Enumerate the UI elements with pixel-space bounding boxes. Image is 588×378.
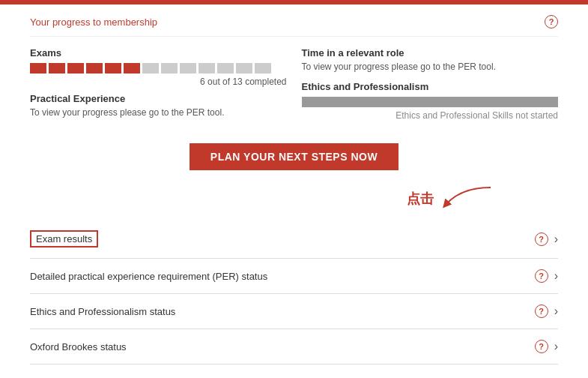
exams-bar-segment-7: [161, 63, 178, 74]
accordion-right-per: ? ›: [535, 269, 558, 283]
time-label: Time in a relevant role: [302, 47, 559, 58]
exams-bar-segment-3: [86, 63, 103, 74]
accordion-oxford: Oxford Brookes status ? ›: [30, 329, 558, 364]
time-desc: To view your progress please go to the P…: [302, 62, 559, 72]
per-desc: To view your progress please go to the P…: [30, 107, 287, 118]
exams-bar-segment-4: [105, 63, 121, 74]
accordion-row-exam-results[interactable]: Exam results ? ›: [30, 220, 558, 258]
exams-bar-segment-5: [124, 63, 140, 74]
accordion-right-oxford: ? ›: [535, 340, 558, 353]
exam-results-label: Exam results: [30, 230, 98, 248]
accordion-row-ethics[interactable]: Ethics and Professionalism status ? ›: [30, 294, 558, 328]
exam-results-chevron-icon: ›: [554, 232, 558, 246]
progress-content: Exams 6 out of 13 completed Practical Ex…: [30, 37, 558, 136]
header-help-icon[interactable]: ?: [545, 15, 558, 28]
exams-bar-segment-11: [236, 63, 252, 74]
annotation-row: 点击: [30, 184, 558, 217]
main-container: Your progress to membership ? Exams 6 ou…: [0, 4, 588, 364]
exams-bar-segment-1: [49, 63, 65, 74]
exams-bar-row: [30, 63, 287, 74]
plan-button[interactable]: PLAN YOUR NEXT STEPS NOW: [190, 143, 398, 170]
arrow-annotation-svg: [438, 184, 498, 214]
oxford-accordion-label: Oxford Brookes status: [30, 341, 127, 352]
exam-results-help-icon[interactable]: ?: [535, 232, 548, 246]
exams-bar-segment-2: [67, 63, 84, 74]
oxford-chevron-icon: ›: [554, 340, 558, 353]
left-column: Exams 6 out of 13 completed Practical Ex…: [30, 47, 287, 121]
exams-label: Exams: [30, 47, 287, 58]
accordion-per: Detailed practical experience requiremen…: [30, 259, 558, 294]
right-column: Time in a relevant role To view your pro…: [302, 47, 559, 121]
exams-bar-segment-8: [180, 63, 196, 74]
exams-bar-container: 6 out of 13 completed: [30, 63, 287, 87]
chinese-annotation: 点击: [407, 190, 434, 208]
accordion-exam-results: Exam results ? ›: [30, 220, 558, 259]
ethics-chevron-icon: ›: [554, 304, 558, 318]
annotation-container: 点击: [407, 184, 498, 214]
accordion-row-per[interactable]: Detailed practical experience requiremen…: [30, 259, 558, 293]
accordion-right-exam-results: ? ›: [535, 232, 558, 246]
exams-bar-segment-9: [198, 63, 215, 74]
per-label: Practical Experience: [30, 93, 287, 104]
oxford-help-icon[interactable]: ?: [535, 340, 548, 353]
plan-button-row: PLAN YOUR NEXT STEPS NOW: [30, 136, 558, 184]
exams-bar-segment-10: [217, 63, 234, 74]
ethics-bar: [302, 97, 559, 107]
ethics-not-started: Ethics and Professional Skills not start…: [302, 110, 559, 121]
exams-bar-segment-0: [30, 63, 46, 74]
accordion-right-ethics: ? ›: [535, 304, 558, 318]
per-help-icon[interactable]: ?: [535, 269, 548, 283]
exams-count: 6 out of 13 completed: [30, 76, 287, 87]
ethics-accordion-label: Ethics and Professionalism status: [30, 306, 175, 317]
exams-bar-segment-6: [142, 63, 159, 74]
accordion-ethics: Ethics and Professionalism status ? ›: [30, 294, 558, 329]
ethics-label: Ethics and Professionalism: [302, 81, 559, 92]
progress-header: Your progress to membership ?: [30, 4, 558, 37]
exams-bar-segment-12: [255, 63, 271, 74]
per-chevron-icon: ›: [554, 269, 558, 283]
progress-title: Your progress to membership: [30, 16, 157, 28]
per-accordion-label: Detailed practical experience requiremen…: [30, 271, 267, 282]
ethics-help-icon[interactable]: ?: [535, 304, 548, 318]
accordion-row-oxford[interactable]: Oxford Brookes status ? ›: [30, 329, 558, 364]
